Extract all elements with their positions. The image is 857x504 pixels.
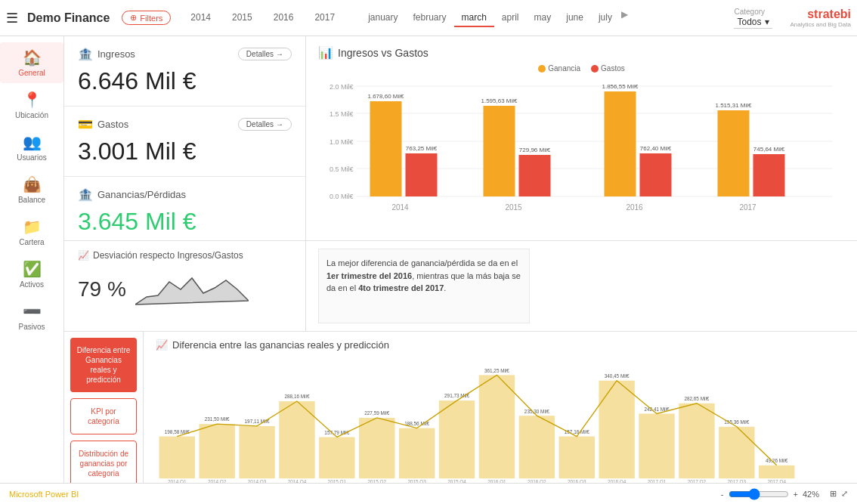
svg-text:282,65 Mil€: 282,65 Mil€ (684, 396, 709, 401)
zoom-controls: - + 42% ⊞ ⤢ (721, 488, 848, 500)
ingresos-panel: 🏦 Ingresos Detalles → 6.646 Mil € (64, 36, 305, 107)
gastos-icon: 💳 (78, 117, 93, 131)
svg-text:1.678,60 Mil€: 1.678,60 Mil€ (367, 93, 404, 100)
svg-text:0.0 Mil€: 0.0 Mil€ (329, 193, 354, 200)
svg-text:49,26 Mil€: 49,26 Mil€ (766, 458, 788, 463)
svg-text:1.5 Mil€: 1.5 Mil€ (329, 110, 354, 118)
svg-text:2017 Q4: 2017 Q4 (767, 479, 786, 483)
svg-text:2015 Q2: 2015 Q2 (368, 479, 387, 483)
main-layout: 🏠 General 📍 Ubicación 👥 Usuarios 👜 Balan… (0, 36, 857, 483)
svg-text:291,73 Mil€: 291,73 Mil€ (444, 393, 469, 398)
svg-text:2014 Q1: 2014 Q1 (168, 479, 187, 483)
gastos-value: 3.001 Mil € (78, 138, 292, 165)
year-tab-2017[interactable]: 2017 (304, 9, 345, 27)
minus-icon: ➖ (23, 302, 42, 320)
month-tab-may[interactable]: may (527, 9, 559, 27)
gastos-detalles-button[interactable]: Detalles → (238, 118, 292, 131)
bar-q2-2014 (199, 424, 234, 478)
category-label: Category (734, 8, 765, 16)
bottom-chart-panel: 📈 Diferencia entre las ganancias reales … (144, 332, 857, 483)
year-tab-2015[interactable]: 2015 (221, 9, 263, 27)
svg-text:288,16 Mil€: 288,16 Mil€ (284, 394, 309, 399)
fit-screen-icon[interactable]: ⊞ (830, 489, 837, 499)
sparkline-svg (135, 267, 249, 308)
svg-text:2017: 2017 (739, 203, 756, 212)
sidebar-item-balance[interactable]: 👜 Balance (0, 169, 63, 210)
sidebar-item-ubicacion[interactable]: 📍 Ubicación (0, 85, 63, 125)
sidebar-item-general[interactable]: 🏠 General (0, 42, 63, 83)
content-area: 🏦 Ingresos Detalles → 6.646 Mil € 💳 (64, 36, 857, 483)
year-tab-2014[interactable]: 2014 (180, 9, 221, 27)
year-tabs: 2014 2015 2016 2017 (180, 9, 345, 27)
svg-text:745,64 Mil€: 745,64 Mil€ (753, 146, 785, 153)
svg-text:2015 Q4: 2015 Q4 (447, 479, 466, 483)
kpi-categoria-button[interactable]: KPI por categoría (70, 398, 137, 434)
deviation-row: 📈 Desviación respecto Ingresos/Gastos 79… (64, 240, 857, 331)
desviacion-value: 79 % (78, 277, 126, 301)
ganancias-title: 🏦 Ganancias/Pérdidas (78, 187, 186, 202)
diferencia-ganancias-button[interactable]: Diferencia entre Ganancias reales y pred… (70, 338, 137, 392)
month-tab-january[interactable]: january (360, 9, 405, 27)
zoom-value: 42% (803, 490, 819, 499)
menu-icon[interactable]: ☰ (6, 10, 18, 26)
top-row: 🏦 Ingresos Detalles → 6.646 Mil € 💳 (64, 36, 857, 240)
svg-text:1.856,55 Mil€: 1.856,55 Mil€ (602, 83, 639, 90)
svg-text:2017 Q1: 2017 Q1 (648, 479, 667, 483)
gastos-dot (591, 65, 599, 73)
month-tab-march[interactable]: march (454, 9, 494, 27)
distribucion-ganancias-button[interactable]: Distribución de ganancias por categoria (70, 441, 137, 483)
svg-text:1.0 Mil€: 1.0 Mil€ (329, 138, 354, 146)
svg-text:340,45 Mil€: 340,45 Mil€ (605, 373, 630, 379)
folder-icon: 📁 (23, 218, 42, 236)
bottom-row: Diferencia entre Ganancias reales y pred… (64, 331, 857, 483)
year-tab-2016[interactable]: 2016 (263, 9, 305, 27)
bottom-sidebar: Diferencia entre Ganancias reales y pred… (64, 332, 144, 483)
sidebar-item-label: Usuarios (17, 153, 46, 162)
logo-area: stratebi Analytics and Big Data (790, 8, 852, 28)
zoom-slider[interactable] (729, 488, 789, 500)
sidebar-item-usuarios[interactable]: 👥 Usuarios (0, 127, 63, 168)
month-arrow: ▶ (621, 9, 628, 27)
sidebar-item-cartera[interactable]: 📁 Cartera (0, 212, 63, 252)
svg-text:227,59 Mil€: 227,59 Mil€ (364, 410, 389, 416)
arrow-icon: → (276, 50, 283, 58)
svg-text:2016: 2016 (626, 203, 643, 212)
category-select[interactable]: Todos ▾ (734, 16, 772, 29)
bar-2015-gastos (519, 155, 551, 196)
ingresos-vs-gastos-chart: 📊 Ingresos vs Gastos Ganancia Gastos (306, 36, 857, 240)
bar-q4-2017 (759, 465, 794, 478)
sidebar-item-label: Activos (20, 280, 44, 289)
location-icon: 📍 (23, 91, 42, 109)
expand-icon[interactable]: ⤢ (841, 489, 848, 499)
month-tab-july[interactable]: july (591, 9, 620, 27)
bar-q3-2017 (719, 427, 754, 478)
filters-button[interactable]: ⊕ Filters (122, 11, 171, 25)
svg-text:2016 Q4: 2016 Q4 (608, 479, 627, 483)
users-icon: 👥 (23, 133, 42, 151)
logo-subtitle: Analytics and Big Data (790, 21, 852, 28)
footer: Microsoft Power BI - + 42% ⊞ ⤢ (0, 483, 857, 504)
desviacion-description: La mejor diferencia de ganancia/pérdida … (326, 258, 521, 292)
home-icon: 🏠 (23, 48, 42, 66)
sidebar-item-label: General (18, 69, 45, 77)
month-tab-june[interactable]: june (558, 9, 591, 27)
ingresos-detalles-button[interactable]: Detalles → (238, 48, 292, 60)
bar-q1-2015 (319, 437, 354, 478)
month-tab-february[interactable]: february (405, 9, 453, 27)
gastos-header: 💳 Gastos Detalles → (78, 117, 292, 131)
category-filter: Category Todos ▾ (734, 8, 772, 29)
month-tabs: january february march april may june ju… (360, 9, 628, 27)
zoom-plus-button[interactable]: + (794, 490, 798, 499)
svg-text:2014: 2014 (391, 203, 409, 212)
zoom-minus-button[interactable]: - (721, 490, 724, 499)
bar-q4-2015 (439, 400, 475, 478)
sidebar-item-activos[interactable]: ✅ Activos (0, 254, 63, 295)
chart-legend: Ganancia Gastos (318, 64, 845, 73)
sidebar-item-pasivos[interactable]: ➖ Pasivos (0, 296, 63, 337)
power-bi-link[interactable]: Microsoft Power BI (9, 490, 79, 499)
bar-q3-2015 (399, 428, 435, 479)
filter-icon: ⊕ (130, 13, 137, 23)
bar-q3-2016 (559, 437, 595, 479)
month-tab-april[interactable]: april (494, 9, 527, 27)
bar-q3-2014 (239, 426, 274, 478)
